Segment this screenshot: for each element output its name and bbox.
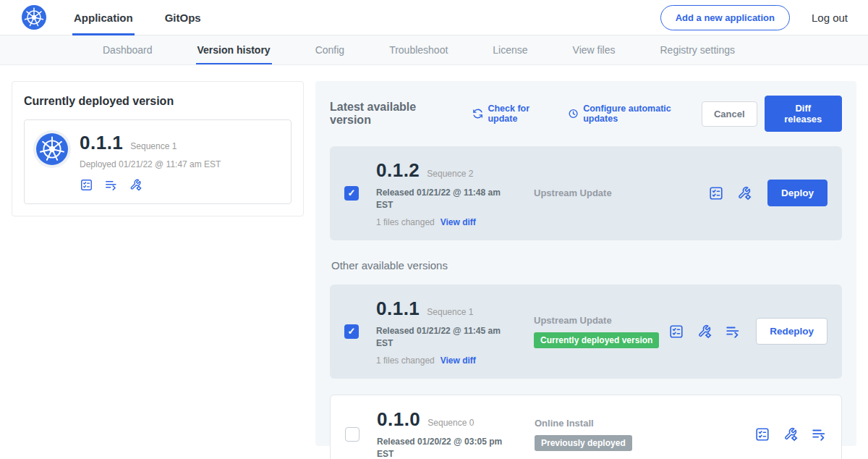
version-source-block: Upstream Update bbox=[529, 188, 708, 198]
edit-config-icon[interactable] bbox=[129, 178, 142, 192]
version-source: Upstream Update bbox=[534, 188, 708, 198]
add-new-application-button[interactable]: Add a new application bbox=[660, 5, 790, 30]
other-versions-title: Other available versions bbox=[331, 259, 842, 271]
version-source-block: Online Install Previously deployed bbox=[530, 418, 754, 451]
logout-link[interactable]: Log out bbox=[812, 0, 848, 35]
deployed-version-number: 0.1.1 bbox=[80, 132, 123, 154]
release-notes-icon[interactable] bbox=[668, 324, 684, 340]
deployed-timestamp: Deployed 01/21/22 @ 11:47 am EST bbox=[80, 159, 221, 169]
version-actions: Redeploy bbox=[668, 318, 827, 345]
version-info: 0.1.2 Sequence 2 Released 01/21/22 @ 11:… bbox=[376, 159, 529, 227]
tab-troubleshoot-label: Troubleshoot bbox=[389, 44, 448, 56]
version-checkbox-0-1-2[interactable] bbox=[344, 186, 359, 201]
tab-registry-settings[interactable]: Registry settings bbox=[658, 35, 736, 64]
tab-config-label: Config bbox=[315, 44, 344, 56]
tab-license[interactable]: License bbox=[491, 35, 529, 64]
currently-deployed-title: Currently deployed version bbox=[24, 95, 292, 108]
app-logo-kubernetes-icon bbox=[36, 133, 68, 165]
currently-deployed-badge: Currently deployed version bbox=[534, 332, 659, 348]
view-logs-icon[interactable] bbox=[104, 178, 118, 192]
tab-dashboard[interactable]: Dashboard bbox=[101, 35, 154, 64]
app-subnav: Dashboard Version history Config Trouble… bbox=[0, 35, 868, 65]
previously-deployed-badge: Previously deployed bbox=[535, 435, 632, 451]
tab-dashboard-label: Dashboard bbox=[103, 44, 153, 56]
nav-gitops[interactable]: GitOps bbox=[163, 0, 203, 35]
tab-view-files[interactable]: View files bbox=[571, 35, 617, 64]
view-logs-icon[interactable] bbox=[725, 324, 741, 340]
tab-registry-settings-label: Registry settings bbox=[660, 44, 734, 56]
tab-version-history[interactable]: Version history bbox=[196, 35, 272, 64]
view-diff-link[interactable]: View diff bbox=[441, 217, 476, 227]
version-checkbox-0-1-0[interactable] bbox=[345, 427, 359, 442]
version-checkbox-0-1-1[interactable] bbox=[344, 324, 359, 339]
topbar: Application GitOps Add a new application… bbox=[0, 0, 868, 35]
tab-troubleshoot[interactable]: Troubleshoot bbox=[388, 35, 449, 64]
release-date: Released 01/21/22 @ 11:48 am EST bbox=[376, 187, 508, 212]
tab-version-history-label: Version history bbox=[197, 44, 271, 56]
check-for-update-link[interactable]: Check for update bbox=[472, 104, 558, 124]
deploy-button[interactable]: Deploy bbox=[767, 180, 827, 206]
version-sequence: Sequence 2 bbox=[427, 169, 473, 179]
deployed-version-info: 0.1.1 Sequence 1 Deployed 01/21/22 @ 11:… bbox=[80, 132, 221, 192]
main-content: Currently deployed version bbox=[0, 65, 868, 446]
cancel-button[interactable]: Cancel bbox=[702, 101, 757, 127]
version-sequence: Sequence 1 bbox=[427, 307, 473, 317]
configure-automatic-updates-link[interactable]: Configure automatic updates bbox=[568, 104, 702, 124]
check-for-update-label: Check for update bbox=[488, 104, 558, 124]
nav-gitops-label: GitOps bbox=[165, 12, 201, 24]
top-navigation: Application GitOps bbox=[72, 0, 231, 35]
tab-view-files-label: View files bbox=[573, 44, 616, 56]
edit-config-icon[interactable] bbox=[783, 426, 799, 442]
version-actions bbox=[754, 426, 827, 442]
version-history-panel: Latest available version Check for updat… bbox=[315, 81, 856, 446]
release-notes-icon[interactable] bbox=[754, 426, 770, 442]
deployed-actions bbox=[80, 178, 221, 192]
version-sequence: Sequence 0 bbox=[427, 418, 474, 428]
configure-automatic-updates-label: Configure automatic updates bbox=[583, 104, 702, 124]
deployed-version-card: 0.1.1 Sequence 1 Deployed 01/21/22 @ 11:… bbox=[24, 119, 292, 204]
version-number: 0.1.1 bbox=[376, 298, 420, 320]
tab-license-label: License bbox=[493, 44, 527, 56]
release-notes-icon[interactable] bbox=[80, 178, 93, 192]
latest-version-title: Latest available version bbox=[330, 101, 454, 127]
diff-releases-button[interactable]: Diff releases bbox=[765, 96, 842, 132]
version-number: 0.1.0 bbox=[377, 408, 420, 431]
latest-version-header: Latest available version Check for updat… bbox=[330, 96, 842, 132]
version-info: 0.1.0 Sequence 0 Released 01/20/22 @ 03:… bbox=[377, 408, 530, 459]
currently-deployed-card: Currently deployed version bbox=[12, 81, 304, 216]
version-source-block: Upstream Update Currently deployed versi… bbox=[529, 315, 668, 348]
version-source: Online Install bbox=[535, 418, 754, 429]
version-row-0-1-0: 0.1.0 Sequence 0 Released 01/20/22 @ 03:… bbox=[330, 395, 842, 459]
version-actions: Deploy bbox=[708, 180, 827, 206]
release-date: Released 01/21/22 @ 11:45 am EST bbox=[376, 325, 508, 350]
version-row-0-1-1: 0.1.1 Sequence 1 Released 01/21/22 @ 11:… bbox=[330, 285, 842, 379]
version-number: 0.1.2 bbox=[376, 159, 420, 182]
files-changed: 1 files changed bbox=[376, 355, 435, 366]
nav-application[interactable]: Application bbox=[72, 0, 135, 35]
view-diff-link[interactable]: View diff bbox=[441, 355, 476, 366]
files-changed: 1 files changed bbox=[376, 217, 435, 227]
refresh-icon bbox=[472, 108, 483, 119]
version-source: Upstream Update bbox=[534, 315, 668, 326]
release-notes-icon[interactable] bbox=[708, 185, 724, 201]
deployed-sequence: Sequence 1 bbox=[130, 141, 176, 151]
topbar-spacer bbox=[231, 0, 660, 35]
redeploy-button[interactable]: Redeploy bbox=[756, 318, 827, 345]
version-info: 0.1.1 Sequence 1 Released 01/21/22 @ 11:… bbox=[376, 298, 529, 366]
version-row-0-1-2: 0.1.2 Sequence 2 Released 01/21/22 @ 11:… bbox=[330, 146, 842, 240]
edit-config-icon[interactable] bbox=[697, 324, 712, 340]
tab-config[interactable]: Config bbox=[314, 35, 346, 64]
edit-config-icon[interactable] bbox=[736, 185, 752, 201]
view-logs-icon[interactable] bbox=[811, 426, 827, 442]
kubernetes-logo bbox=[22, 0, 46, 35]
schedule-clock-icon bbox=[568, 108, 579, 119]
release-date: Released 01/20/22 @ 03:05 pm EST bbox=[377, 436, 509, 459]
nav-application-label: Application bbox=[74, 12, 133, 24]
